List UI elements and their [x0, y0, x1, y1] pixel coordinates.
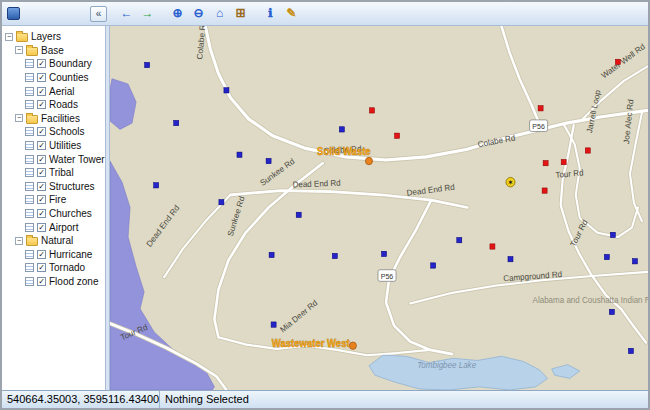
layer-checkbox[interactable]: ✓	[37, 182, 46, 191]
expand-toggle[interactable]: −	[15, 114, 23, 122]
layer-icon	[25, 209, 34, 218]
blue-point-marker[interactable]	[266, 158, 271, 163]
zoom-out-icon[interactable]: ⊖	[189, 5, 208, 23]
blue-point-marker[interactable]	[457, 238, 462, 243]
back-icon[interactable]: ←	[117, 5, 136, 23]
identify-icon[interactable]: ℹ	[261, 5, 280, 23]
layer-group-natural[interactable]: −Natural	[2, 234, 105, 248]
blue-point-marker[interactable]	[609, 309, 614, 314]
layer-item-churches[interactable]: ✓Churches	[2, 207, 105, 221]
blue-point-marker[interactable]	[174, 120, 179, 125]
layers-panel: −Layers−Base✓Boundary✓Counties✓Aerial✓Ro…	[2, 26, 106, 390]
facility-marker[interactable]	[365, 157, 372, 164]
layer-item-roads[interactable]: ✓Roads	[2, 98, 105, 112]
blue-point-marker[interactable]	[145, 62, 150, 67]
blue-point-marker[interactable]	[154, 183, 159, 188]
layer-checkbox[interactable]: ✓	[37, 168, 46, 177]
layer-checkbox[interactable]: ✓	[37, 223, 46, 232]
layer-label: Structures	[49, 181, 95, 192]
red-point-marker[interactable]	[585, 148, 590, 153]
map-viewport[interactable]: Colabe RdColabe RdColabe RdSunkee RdSunk…	[110, 26, 648, 390]
layer-group-base[interactable]: −Base	[2, 44, 105, 58]
blue-point-marker[interactable]	[219, 200, 224, 205]
road-label: Joe Alec Rd	[622, 98, 635, 144]
area-label: Tombigbee Lake	[417, 361, 476, 370]
pan-icon[interactable]: ⊞	[231, 5, 250, 23]
red-point-marker[interactable]	[538, 106, 543, 111]
gis-app-window: « ←→⊕⊖⌂⊞ℹ✎ −Layers−Base✓Boundary✓Countie…	[0, 0, 650, 410]
blue-point-marker[interactable]	[271, 322, 276, 327]
layer-item-structures[interactable]: ✓Structures	[2, 180, 105, 194]
measure-icon[interactable]: ✎	[282, 5, 301, 23]
coordinates-readout: 540664.35003, 3595116.43400	[2, 391, 160, 408]
layer-checkbox[interactable]: ✓	[37, 59, 46, 68]
layer-item-hurricane[interactable]: ✓Hurricane	[2, 248, 105, 262]
forward-icon[interactable]: →	[138, 5, 157, 23]
road-label: Colabe Rd	[477, 133, 516, 149]
layer-group-facilities[interactable]: −Facilities	[2, 112, 105, 126]
facility-marker[interactable]	[349, 342, 356, 349]
main-content: −Layers−Base✓Boundary✓Counties✓Aerial✓Ro…	[2, 26, 648, 390]
blue-point-marker[interactable]	[508, 257, 513, 262]
layer-item-aerial[interactable]: ✓Aerial	[2, 84, 105, 98]
expand-toggle[interactable]: −	[5, 33, 13, 41]
layer-item-schools[interactable]: ✓Schools	[2, 125, 105, 139]
layer-icon	[25, 277, 34, 286]
layer-label: Schools	[49, 126, 85, 137]
layer-item-flood-zone[interactable]: ✓Flood zone	[2, 275, 105, 289]
layer-icon	[25, 59, 34, 68]
layer-checkbox[interactable]: ✓	[37, 87, 46, 96]
layer-item-utilities[interactable]: ✓Utilities	[2, 139, 105, 153]
red-point-marker[interactable]	[615, 59, 620, 64]
road-line	[205, 26, 648, 160]
layer-item-tornado[interactable]: ✓Tornado	[2, 261, 105, 275]
zoom-in-icon[interactable]: ⊕	[168, 5, 187, 23]
school-symbol-glyph: ✶	[508, 178, 514, 187]
road-label: Water Well Rd	[600, 42, 647, 81]
layer-item-boundary[interactable]: ✓Boundary	[2, 57, 105, 71]
sidebar-collapse-button[interactable]: «	[90, 6, 107, 22]
layer-item-water-tower[interactable]: ✓Water Tower	[2, 152, 105, 166]
blue-point-marker[interactable]	[296, 212, 301, 217]
blue-point-marker[interactable]	[632, 259, 637, 264]
blue-point-marker[interactable]	[269, 252, 274, 257]
highway-shield-label: P56	[532, 122, 544, 131]
layer-label: Tornado	[49, 262, 85, 273]
layer-item-tribal[interactable]: ✓Tribal	[2, 166, 105, 180]
layer-checkbox[interactable]: ✓	[37, 209, 46, 218]
layer-checkbox[interactable]: ✓	[37, 195, 46, 204]
layer-checkbox[interactable]: ✓	[37, 73, 46, 82]
expand-toggle[interactable]: −	[15, 237, 23, 245]
red-point-marker[interactable]	[542, 188, 547, 193]
full-extent-icon[interactable]: ⌂	[210, 5, 229, 23]
layer-checkbox[interactable]: ✓	[37, 263, 46, 272]
red-point-marker[interactable]	[490, 244, 495, 249]
blue-point-marker[interactable]	[224, 88, 229, 93]
blue-point-marker[interactable]	[628, 348, 633, 353]
red-point-marker[interactable]	[561, 159, 566, 164]
red-point-marker[interactable]	[369, 108, 374, 113]
layer-checkbox[interactable]: ✓	[37, 277, 46, 286]
layer-checkbox[interactable]: ✓	[37, 155, 46, 164]
layer-checkbox[interactable]: ✓	[37, 250, 46, 259]
layer-group-layers[interactable]: −Layers	[2, 30, 105, 44]
layer-item-fire[interactable]: ✓Fire	[2, 193, 105, 207]
blue-point-marker[interactable]	[382, 251, 387, 256]
layer-item-counties[interactable]: ✓Counties	[2, 71, 105, 85]
expand-toggle[interactable]: −	[15, 46, 23, 54]
layer-checkbox[interactable]: ✓	[37, 127, 46, 136]
red-point-marker[interactable]	[543, 161, 548, 166]
blue-point-marker[interactable]	[339, 127, 344, 132]
layer-checkbox[interactable]: ✓	[37, 141, 46, 150]
blue-point-marker[interactable]	[610, 232, 615, 237]
blue-point-marker[interactable]	[604, 254, 609, 259]
red-point-marker[interactable]	[395, 133, 400, 138]
blue-point-marker[interactable]	[237, 152, 242, 157]
layer-icon	[25, 195, 34, 204]
layer-checkbox[interactable]: ✓	[37, 100, 46, 109]
road-label: Colabe Rd	[196, 26, 208, 60]
layer-item-airport[interactable]: ✓Airport	[2, 220, 105, 234]
blue-point-marker[interactable]	[431, 263, 436, 268]
blue-point-marker[interactable]	[332, 253, 337, 258]
selection-status: Nothing Selected	[160, 391, 648, 408]
